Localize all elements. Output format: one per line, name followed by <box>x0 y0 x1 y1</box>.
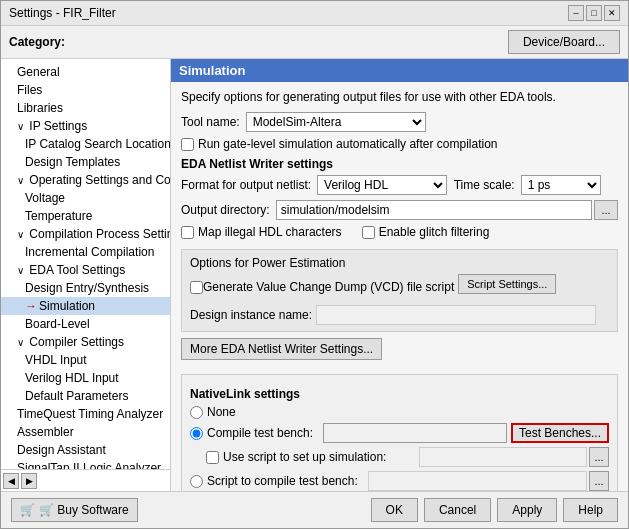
compile-testbench-radio[interactable] <box>190 427 203 440</box>
tree-area: General Files Libraries ∨ IP Settings IP… <box>1 59 170 469</box>
timescale-select[interactable]: 1 ps 10 ps 100 ps 1 ns <box>521 175 601 195</box>
tree-item-verilog[interactable]: Verilog HDL Input <box>1 369 170 387</box>
gate-level-checkbox[interactable] <box>181 138 194 151</box>
use-script-row: Use script to set up simulation: ... <box>206 447 609 467</box>
tree-item-default-params[interactable]: Default Parameters <box>1 387 170 405</box>
right-panel: Simulation Specify options for generatin… <box>171 59 628 491</box>
output-dir-label: Output directory: <box>181 203 270 217</box>
tree-item-board-level[interactable]: Board-Level <box>1 315 170 333</box>
left-panel: General Files Libraries ∨ IP Settings IP… <box>1 59 171 491</box>
use-script-checkbox[interactable] <box>206 451 219 464</box>
tree-item-eda[interactable]: ∨ EDA Tool Settings <box>1 261 170 279</box>
tree-item-assembler[interactable]: Assembler <box>1 423 170 441</box>
output-dir-input[interactable] <box>276 200 592 220</box>
tree-item-signaltap[interactable]: SignalTap II Logic Analyzer <box>1 459 170 469</box>
tool-name-label: Tool name: <box>181 115 240 129</box>
output-dir-browse-btn[interactable]: ... <box>594 200 618 220</box>
none-radio[interactable] <box>190 406 203 419</box>
simulation-description: Specify options for generating output fi… <box>181 90 618 104</box>
use-script-label: Use script to set up simulation: <box>223 450 413 464</box>
compile-testbench-row: Compile test bench: Test Benches... <box>190 423 609 443</box>
use-script-input[interactable] <box>419 447 587 467</box>
enable-glitch-checkbox[interactable] <box>362 226 375 239</box>
use-script-browse-btn[interactable]: ... <box>589 447 609 467</box>
timescale-label: Time scale: <box>454 178 515 192</box>
tree-item-libraries[interactable]: Libraries <box>1 99 170 117</box>
design-instance-input[interactable] <box>316 305 596 325</box>
format-row: Format for output netlist: Verilog HDL V… <box>181 175 618 195</box>
power-estimation-section: Options for Power Estimation Generate Va… <box>181 249 618 332</box>
tree-item-ip-catalog[interactable]: IP Catalog Search Locations <box>1 135 170 153</box>
category-label: Category: <box>9 35 65 49</box>
output-dir-row: Output directory: ... <box>181 200 618 220</box>
none-label: None <box>207 405 236 419</box>
simulation-header: Simulation <box>171 59 628 82</box>
help-button[interactable]: Help <box>563 498 618 522</box>
tree-item-temperature[interactable]: Temperature <box>1 207 170 225</box>
apply-button[interactable]: Apply <box>497 498 557 522</box>
eda-netlist-header: EDA Netlist Writer settings <box>181 157 618 171</box>
simulation-content: Specify options for generating output fi… <box>171 82 628 491</box>
maximize-btn[interactable]: □ <box>586 5 602 21</box>
tool-name-select[interactable]: ModelSim-Altera ModelSim VCS NCSim <box>246 112 426 132</box>
generate-vcd-checkbox[interactable] <box>190 281 203 294</box>
tree-item-files[interactable]: Files <box>1 81 170 99</box>
tree-back-btn[interactable]: ◀ <box>3 473 19 489</box>
generate-vcd-row: Generate Value Change Dump (VCD) file sc… <box>190 274 609 300</box>
tool-name-row: Tool name: ModelSim-Altera ModelSim VCS … <box>181 112 618 132</box>
compile-testbench-input[interactable] <box>323 423 507 443</box>
test-benches-btn[interactable]: Test Benches... <box>511 423 609 443</box>
footer: 🛒 🛒 Buy Software OK Cancel Apply Help <box>1 491 628 528</box>
tree-item-compilation[interactable]: ∨ Compilation Process Settings <box>1 225 170 243</box>
map-illegal-label: Map illegal HDL characters <box>198 225 342 239</box>
more-eda-netlist-btn[interactable]: More EDA Netlist Writer Settings... <box>181 338 382 360</box>
device-board-button[interactable]: Device/Board... <box>508 30 620 54</box>
minimize-btn[interactable]: – <box>568 5 584 21</box>
map-illegal-checkbox[interactable] <box>181 226 194 239</box>
tree-item-operating[interactable]: ∨ Operating Settings and Conditi... <box>1 171 170 189</box>
gate-level-row: Run gate-level simulation automatically … <box>181 137 618 151</box>
script-compile-browse-btn[interactable]: ... <box>589 471 609 491</box>
script-compile-input[interactable] <box>368 471 587 491</box>
power-estimation-header: Options for Power Estimation <box>190 256 609 270</box>
tree-item-compiler[interactable]: ∨ Compiler Settings <box>1 333 170 351</box>
tree-forward-btn[interactable]: ▶ <box>21 473 37 489</box>
tree-item-design-templates[interactable]: Design Templates <box>1 153 170 171</box>
tree-item-voltage[interactable]: Voltage <box>1 189 170 207</box>
cancel-button[interactable]: Cancel <box>424 498 491 522</box>
close-btn[interactable]: ✕ <box>604 5 620 21</box>
tree-item-design-entry[interactable]: Design Entry/Synthesis <box>1 279 170 297</box>
footer-right: OK Cancel Apply Help <box>371 498 618 522</box>
gate-level-label: Run gate-level simulation automatically … <box>198 137 497 151</box>
tree-bottom-controls: ◀ ▶ <box>1 469 170 491</box>
cart-icon: 🛒 <box>20 503 35 517</box>
tree-item-ip-settings[interactable]: ∨ IP Settings <box>1 117 170 135</box>
tree-item-design-assistant[interactable]: Design Assistant <box>1 441 170 459</box>
design-instance-label: Design instance name: <box>190 308 312 322</box>
ok-button[interactable]: OK <box>371 498 418 522</box>
tree-item-simulation[interactable]: →Simulation <box>1 297 170 315</box>
format-label: Format for output netlist: <box>181 178 311 192</box>
generate-vcd-label: Generate Value Change Dump (VCD) file sc… <box>203 280 454 294</box>
title-bar: Settings - FIR_Filter – □ ✕ <box>1 1 628 26</box>
enable-glitch-label: Enable glitch filtering <box>379 225 490 239</box>
tree-item-timequest[interactable]: TimeQuest Timing Analyzer <box>1 405 170 423</box>
tree-item-vhdl[interactable]: VHDL Input <box>1 351 170 369</box>
tree-item-incremental[interactable]: Incremental Compilation <box>1 243 170 261</box>
buy-software-btn[interactable]: 🛒 🛒 Buy Software <box>11 498 138 522</box>
script-compile-row: Script to compile test bench: ... <box>190 471 609 491</box>
window-controls: – □ ✕ <box>568 5 620 21</box>
design-name-row: Design instance name: <box>190 305 609 325</box>
script-compile-label: Script to compile test bench: <box>207 474 358 488</box>
buy-software-label: 🛒 Buy Software <box>39 503 129 517</box>
two-check-row: Map illegal HDL characters Enable glitch… <box>181 225 618 244</box>
enable-glitch-row: Enable glitch filtering <box>362 225 490 239</box>
footer-left: 🛒 🛒 Buy Software <box>11 498 138 522</box>
format-select[interactable]: Verilog HDL VHDL <box>317 175 447 195</box>
map-illegal-row: Map illegal HDL characters <box>181 225 342 239</box>
script-settings-btn[interactable]: Script Settings... <box>458 274 556 294</box>
script-compile-radio[interactable] <box>190 475 203 488</box>
main-content: General Files Libraries ∨ IP Settings IP… <box>1 59 628 491</box>
none-radio-row: None <box>190 405 609 419</box>
tree-item-general[interactable]: General <box>1 63 170 81</box>
